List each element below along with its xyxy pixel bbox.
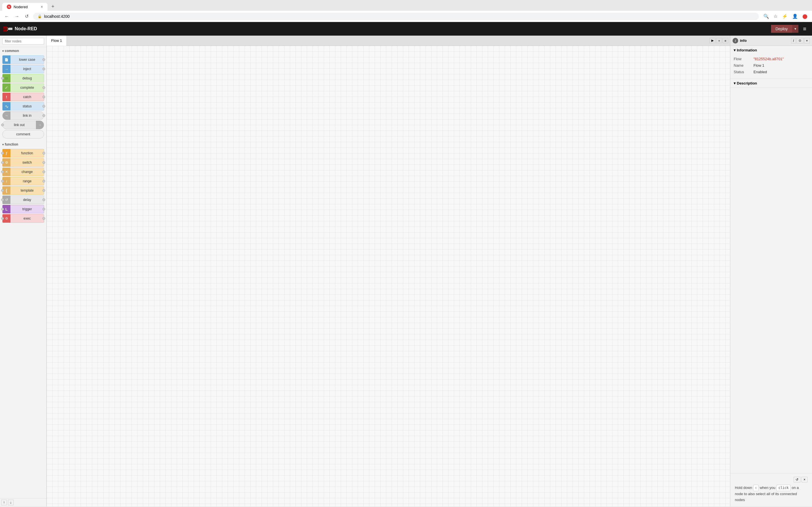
node-debug[interactable]: debug bbox=[2, 74, 44, 82]
information-section: ▾ Information Flow "8125524b.a8701" Name… bbox=[730, 46, 812, 79]
node-lower-case-icon: 📄 bbox=[3, 55, 10, 64]
node-debug-label: debug bbox=[10, 76, 44, 80]
chevron-down-icon-function: ▾ bbox=[2, 143, 4, 146]
deploy-button[interactable]: Deploy bbox=[771, 25, 793, 33]
right-panel-collapse-button[interactable]: ▾ bbox=[804, 38, 810, 44]
url-text: localhost:4200 bbox=[44, 14, 69, 19]
info-flow-value: "8125524b.a8701" bbox=[754, 57, 784, 61]
canvas-grid[interactable] bbox=[47, 46, 730, 506]
svg-line-4 bbox=[7, 29, 8, 31]
right-panel: i info i ⚙ ▾ ▾ Information bbox=[730, 36, 812, 506]
node-catch-label: catch bbox=[10, 95, 44, 99]
node-template-output-port bbox=[42, 189, 45, 192]
node-range-label: range bbox=[10, 179, 44, 183]
node-switch-label: switch bbox=[10, 161, 44, 165]
right-panel-header: i info i ⚙ ▾ bbox=[730, 36, 812, 46]
node-template-label: template bbox=[10, 188, 44, 192]
node-catch[interactable]: ! catch bbox=[2, 93, 44, 101]
node-trigger-input-port bbox=[1, 208, 4, 211]
node-trigger-output-port bbox=[42, 208, 45, 211]
node-lower-case[interactable]: 📄 lower case bbox=[2, 55, 44, 64]
node-change[interactable]: ✕ change bbox=[2, 168, 44, 176]
info-panel-icon: i bbox=[733, 38, 738, 44]
browser-chrome: N Nodered × + ← → ↺ 🔒 localhost:4200 🔍 ☆… bbox=[0, 0, 812, 22]
node-function[interactable]: f function bbox=[2, 149, 44, 157]
right-panel-header-actions: i ⚙ ▾ bbox=[791, 38, 810, 44]
notification-text: Hold down ⇧ when you click on a node to … bbox=[735, 485, 808, 503]
search-button[interactable]: 🔍 bbox=[762, 12, 770, 20]
back-button[interactable]: ← bbox=[3, 13, 10, 20]
node-template[interactable]: { template bbox=[2, 186, 44, 195]
collapse-all-button[interactable]: ↑ bbox=[1, 500, 7, 505]
search-input[interactable] bbox=[2, 38, 44, 45]
information-section-content: Flow "8125524b.a8701" Name Flow 1 Status… bbox=[730, 55, 812, 78]
header-menu-button[interactable]: ≡ bbox=[801, 24, 809, 33]
node-link-in[interactable]: → link in bbox=[2, 111, 44, 120]
canvas-list-button[interactable]: ≡ bbox=[723, 38, 728, 43]
node-template-input-port bbox=[1, 189, 4, 192]
right-panel-info-button[interactable]: i bbox=[791, 38, 796, 44]
main-layout: ▾ common 📄 lower case → inject bbox=[0, 36, 812, 506]
canvas-tabs-bar: Flow 1 ▶ + ≡ bbox=[47, 36, 730, 46]
right-panel-settings-button[interactable]: ⚙ bbox=[797, 38, 804, 44]
browser-tab-active[interactable]: N Nodered × bbox=[2, 3, 48, 11]
canvas-tab-flow1[interactable]: Flow 1 bbox=[47, 36, 67, 46]
node-range[interactable]: i range bbox=[2, 177, 44, 185]
deploy-dropdown-button[interactable]: ▾ bbox=[792, 25, 799, 33]
node-status-output-port bbox=[42, 105, 45, 108]
node-catch-output-port bbox=[42, 96, 45, 98]
category-common-header[interactable]: ▾ common bbox=[0, 47, 46, 55]
category-function-header[interactable]: ▾ function bbox=[0, 141, 46, 148]
info-name-label: Name bbox=[734, 63, 754, 67]
info-status-value: Enabled bbox=[754, 70, 767, 74]
node-comment[interactable]: comment bbox=[2, 130, 44, 138]
notification-refresh-button[interactable]: ↺ bbox=[794, 477, 800, 483]
tab-close-button[interactable]: × bbox=[41, 4, 43, 9]
expand-all-button[interactable]: ↓ bbox=[8, 500, 13, 505]
node-sidebar: ▾ common 📄 lower case → inject bbox=[0, 36, 47, 506]
node-status[interactable]: ∿ status bbox=[2, 102, 44, 111]
canvas-add-button[interactable]: + bbox=[716, 38, 722, 43]
notification-close-button[interactable]: × bbox=[802, 477, 808, 483]
node-exec-label: exec bbox=[10, 217, 44, 220]
profile-button[interactable]: 👤 bbox=[791, 12, 799, 20]
description-section-header[interactable]: ▾ Description bbox=[730, 79, 812, 88]
node-complete[interactable]: ✓ complete bbox=[2, 83, 44, 92]
bookmark-button[interactable]: ☆ bbox=[772, 12, 779, 20]
right-panel-title: info bbox=[740, 39, 791, 43]
svg-rect-1 bbox=[3, 30, 7, 32]
reload-button[interactable]: ↺ bbox=[24, 12, 30, 20]
node-exec[interactable]: ⚙ exec bbox=[2, 214, 44, 223]
node-switch[interactable]: ⚙ switch bbox=[2, 158, 44, 167]
node-complete-icon: ✓ bbox=[3, 83, 10, 92]
node-inject[interactable]: → inject bbox=[2, 65, 44, 73]
node-link-out-icon: → bbox=[36, 121, 44, 129]
forward-button[interactable]: → bbox=[13, 13, 20, 20]
node-lower-case-label: lower case bbox=[10, 58, 44, 62]
node-delay[interactable]: ↺ delay bbox=[2, 195, 44, 204]
node-complete-label: complete bbox=[10, 86, 44, 90]
node-trigger[interactable]: L trigger bbox=[2, 205, 44, 213]
browser-address-bar: ← → ↺ 🔒 localhost:4200 🔍 ☆ ⚡ 👤 ⬤ bbox=[0, 11, 812, 22]
svg-rect-2 bbox=[8, 28, 12, 30]
node-change-input-port bbox=[1, 170, 4, 173]
extensions-button[interactable]: ⚡ bbox=[781, 12, 789, 20]
tab-title: Nodered bbox=[13, 5, 28, 9]
address-bar[interactable]: 🔒 localhost:4200 bbox=[33, 13, 759, 20]
sidebar-nodes-list: ▾ common 📄 lower case → inject bbox=[0, 47, 46, 498]
new-tab-button[interactable]: + bbox=[49, 2, 57, 11]
description-section: ▾ Description bbox=[730, 79, 812, 88]
canvas-play-button[interactable]: ▶ bbox=[709, 38, 716, 43]
information-section-header[interactable]: ▾ Information bbox=[730, 46, 812, 55]
information-section-label: Information bbox=[737, 48, 757, 52]
node-debug-input-port bbox=[1, 77, 4, 80]
node-link-out[interactable]: link out → bbox=[2, 121, 44, 129]
info-name-value: Flow 1 bbox=[754, 63, 764, 67]
category-function-label: function bbox=[5, 143, 18, 147]
node-link-out-label: link out bbox=[3, 123, 36, 127]
menu-button[interactable]: ⬤ bbox=[801, 12, 809, 20]
node-change-label: change bbox=[10, 170, 44, 174]
info-name-row: Name Flow 1 bbox=[734, 63, 809, 67]
node-lower-case-output-port bbox=[42, 58, 45, 61]
node-exec-output-port bbox=[42, 217, 45, 220]
